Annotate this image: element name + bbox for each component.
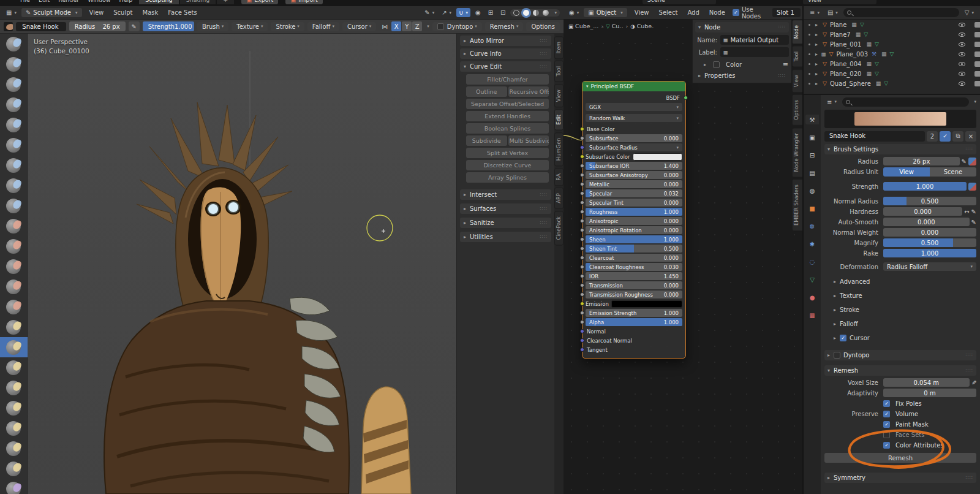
brush-tool-slide-relax[interactable]: [0, 458, 28, 479]
panel-cursor[interactable]: ▸✓Cursor: [831, 333, 976, 343]
sidebar-tab-item[interactable]: Item: [554, 36, 564, 59]
input-socket[interactable]: [580, 256, 584, 260]
slider-normal-radius[interactable]: 0.500: [883, 197, 976, 205]
disable-render-camera-icon[interactable]: [974, 51, 980, 57]
slider-rake[interactable]: 1.000: [883, 249, 976, 257]
slider-strength[interactable]: 1.000: [883, 182, 967, 191]
brush-preview[interactable]: [824, 110, 976, 128]
fix-poles-checkbox[interactable]: ✓: [883, 400, 890, 407]
button-subdivide[interactable]: Subdivide: [466, 135, 507, 146]
node-slider[interactable]: Specular Tint0.000: [586, 199, 682, 207]
outliner-editor-type[interactable]: ▤▾: [825, 8, 840, 17]
sidebar-tab-arp[interactable]: ARP: [554, 188, 564, 209]
export-button[interactable]: ▣Export: [241, 0, 278, 4]
button-array-splines[interactable]: Array Splines: [466, 172, 549, 183]
workspace-tab-sculpting[interactable]: Sculpting: [139, 0, 178, 4]
input-socket[interactable]: [580, 164, 584, 168]
viewport-menu-face-sets[interactable]: Face Sets: [163, 8, 202, 17]
brush-thumbnail[interactable]: [4, 22, 13, 31]
use-nodes-toggle[interactable]: ✓Use Nodes: [733, 6, 767, 20]
remesh-button[interactable]: Remesh: [824, 453, 976, 463]
brush-tool-fill[interactable]: [0, 256, 28, 276]
sidebar-tab-edit[interactable]: Edit: [554, 109, 564, 130]
brush-tool-draw-sharp[interactable]: [0, 54, 28, 74]
brush-tool-clay-strips[interactable]: [0, 94, 28, 115]
brush-tool-smooth[interactable]: [0, 216, 28, 236]
node-label-field[interactable]: ▦: [720, 47, 789, 57]
panel-remesh[interactable]: ▾Remesh∷∷: [824, 365, 976, 376]
scene-selector[interactable]: Scene: [643, 0, 716, 4]
node-slider[interactable]: Clearcoat Roughness0.030: [586, 263, 682, 271]
presets-list-icon[interactable]: ≡: [783, 61, 789, 69]
input-socket[interactable]: [580, 320, 584, 324]
radius-unit-view[interactable]: View: [883, 167, 930, 177]
properties-tab-render[interactable]: ▣: [805, 132, 819, 142]
brush-tool-grab[interactable]: [0, 317, 28, 337]
rendered-shading-button[interactable]: [543, 10, 549, 16]
button-recursive-offset[interactable]: Recursive Offset: [508, 86, 549, 97]
pen-icon[interactable]: ✎: [962, 158, 967, 165]
input-socket[interactable]: [580, 127, 584, 131]
slider-hardness[interactable]: 0.000: [883, 207, 962, 216]
button-multi-subdivide[interactable]: Multi Subdivide: [508, 135, 549, 146]
panel-header-auto-mirror[interactable]: ▸Auto Mirror∷∷: [460, 36, 551, 46]
properties-tab-physics[interactable]: ◌: [805, 257, 819, 267]
tool-dropdown-cursor[interactable]: Cursor▾: [342, 22, 376, 31]
shader-menu-node[interactable]: Node: [704, 8, 730, 17]
outliner-display-mode[interactable]: ≡▾: [807, 8, 822, 17]
color-attributes-checkbox[interactable]: ✓: [883, 442, 890, 449]
input-socket[interactable]: [580, 348, 584, 352]
tool-dropdown-texture[interactable]: Texture▾: [232, 22, 268, 31]
principled-bsdf-node[interactable]: ▾Principled BSDF BSDF GGX▾ Random Walk▾ …: [582, 81, 686, 359]
panel-texture[interactable]: ▸Texture: [831, 291, 976, 300]
active-brush-name[interactable]: Snake Hook: [16, 22, 66, 31]
node-sss-method-dropdown[interactable]: Random Walk▾: [586, 114, 682, 122]
outliner-filter-button[interactable]: ▽▾: [962, 8, 976, 17]
outliner-item-plane[interactable]: ▸▽Plane▦▽: [804, 20, 980, 29]
disable-render-camera-icon[interactable]: [974, 81, 980, 86]
brush-tool-nudge[interactable]: [0, 418, 28, 438]
brush-tool-cloth[interactable]: [0, 479, 28, 494]
properties-tab-texture[interactable]: ▦: [805, 310, 819, 320]
brush-tool-clay-thumb[interactable]: [0, 115, 28, 135]
dyntopo-checkbox[interactable]: [437, 23, 444, 30]
brush-tool-elastic-deform[interactable]: [0, 357, 28, 378]
button-split-at-vertex[interactable]: Split at Vertex: [466, 148, 549, 158]
brush-tool-pinch[interactable]: [0, 297, 28, 317]
disable-render-camera-icon[interactable]: [974, 61, 980, 67]
tool-dropdown-falloff[interactable]: Falloff▾: [307, 22, 339, 31]
node-slider[interactable]: Subsurface Anisotropy0.000: [586, 171, 682, 179]
node-slider[interactable]: Sheen1.000: [586, 235, 682, 243]
node-slider[interactable]: Sheen Tint0.500: [586, 245, 682, 253]
node-slider[interactable]: Emission Strength1.000: [586, 309, 682, 317]
measure-button[interactable]: ↗▾: [439, 8, 454, 17]
outliner-item-plane-001[interactable]: ▸▽Plane_001▦▽: [804, 39, 980, 49]
deformation-dropdown[interactable]: Radius Falloff▾: [883, 262, 976, 271]
panel-header-intersect[interactable]: ▸Intersect∷∷: [460, 189, 551, 200]
radius-slider[interactable]: Radius 26 px: [69, 21, 126, 31]
panel-dyntopo[interactable]: ▸Dyntopo∷∷: [824, 350, 976, 360]
node-slider[interactable]: IOR1.450: [586, 272, 682, 280]
button-separate-offset-selected[interactable]: Separate Offset/Selected: [466, 99, 549, 109]
material-slot-field[interactable]: Slot 1: [772, 8, 801, 17]
breadcrumb-item-cube[interactable]: ◑Cube.: [630, 23, 654, 29]
disable-render-camera-icon[interactable]: [974, 42, 980, 47]
menu-edit[interactable]: Edit: [34, 0, 54, 3]
outliner-item-quad-sphere[interactable]: ▸▽Quad_Sphere▦▽: [804, 78, 980, 88]
proportional-editing-button[interactable]: ◉: [473, 8, 483, 17]
wireframe-shading-button[interactable]: [513, 10, 519, 16]
disable-render-camera-icon[interactable]: [974, 71, 980, 77]
outliner-item-plane-020[interactable]: ▸▽Plane_020▦▽: [804, 69, 980, 78]
hide-viewport-eye-icon[interactable]: [959, 23, 965, 27]
workspace-tab-shading[interactable]: Shading: [180, 0, 216, 4]
xray-button[interactable]: ⊡: [498, 8, 508, 17]
node-slider[interactable]: Anisotropic0.000: [586, 217, 682, 225]
strength-slider[interactable]: Strength 1.000: [143, 21, 194, 31]
annotate-button[interactable]: ✎▾: [422, 8, 437, 17]
input-socket[interactable]: [580, 210, 584, 214]
properties-tab-material[interactable]: ●: [805, 292, 819, 302]
sidebar-tab-humgen[interactable]: HumGen: [554, 132, 564, 166]
node-slider[interactable]: Subsurface0.000: [586, 134, 682, 142]
brush-users-count[interactable]: 2: [927, 131, 938, 142]
sidebar-tab-ra[interactable]: RA: [554, 168, 564, 186]
